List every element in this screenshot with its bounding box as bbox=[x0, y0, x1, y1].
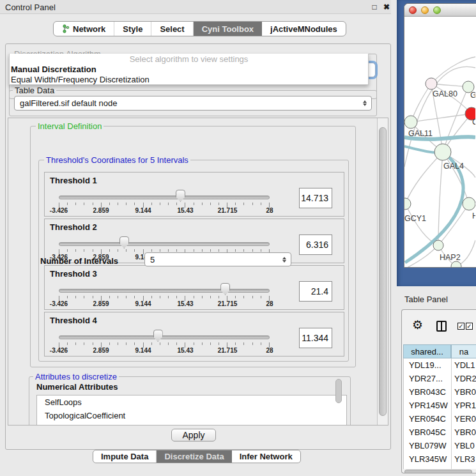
table-cell[interactable]: YDL19... bbox=[404, 358, 452, 372]
checkbox-icon[interactable]: ✓ bbox=[457, 323, 464, 330]
table-row[interactable]: YDR27...YDR2 bbox=[404, 372, 476, 385]
table-cell[interactable]: YIL0 bbox=[452, 466, 472, 469]
network-node-hap2[interactable] bbox=[433, 240, 443, 250]
network-node-gal11[interactable] bbox=[404, 116, 417, 128]
checkbox-icon[interactable]: ✓ bbox=[466, 323, 473, 330]
node-label: C bbox=[472, 118, 475, 127]
tab-label: Select bbox=[160, 24, 184, 34]
tick-label: 28 bbox=[266, 347, 273, 354]
tab-label: Cyni Toolbox bbox=[202, 24, 254, 34]
table-row[interactable]: YBL079WYBL0 bbox=[404, 439, 476, 452]
numerical-attributes-list[interactable]: SelfLoopsTopologicalCoefficientBetweenne… bbox=[36, 395, 347, 426]
slider-tick-labels: -3.4262.8599.14415.4321.71528 bbox=[45, 300, 344, 309]
tick-label: 15.43 bbox=[177, 207, 193, 214]
tab-label: jActiveMNodules bbox=[270, 24, 337, 34]
dropdown-placeholder: Select algorithm to view settings bbox=[10, 54, 368, 65]
slider-thumb-icon[interactable] bbox=[153, 330, 163, 342]
tab-select[interactable]: Select bbox=[151, 22, 193, 36]
close-icon[interactable]: ✖ bbox=[381, 2, 392, 12]
table-cell[interactable]: YBR0 bbox=[452, 426, 476, 439]
settings-scrollbar-thumb[interactable] bbox=[379, 127, 387, 416]
table-cell[interactable]: YLR345W bbox=[404, 452, 452, 466]
table-row[interactable]: YER054CYER0 bbox=[404, 412, 476, 426]
network-node-h[interactable] bbox=[463, 197, 475, 210]
table-cell[interactable]: YBL0 bbox=[452, 439, 475, 452]
tab-impute-data[interactable]: Impute Data bbox=[93, 450, 157, 463]
table-cell[interactable]: YDR2 bbox=[452, 372, 476, 385]
table-cell[interactable]: YPR1 bbox=[452, 399, 476, 412]
dropdown-option-equal-width-frequency[interactable]: Equal Width/Frequency Discretization bbox=[10, 75, 368, 85]
network-node-gal4[interactable] bbox=[434, 144, 451, 160]
list-item-betweennesscentrality[interactable]: BetweennessCentrality bbox=[37, 422, 346, 426]
settings-scrollbar-track[interactable] bbox=[377, 118, 388, 425]
table-cell[interactable]: YDR27... bbox=[404, 372, 452, 385]
tab-cyni-toolbox[interactable]: Cyni Toolbox bbox=[194, 22, 262, 36]
network-view-window[interactable]: GAL80GCGAL11GAL4GCY1HHAP2 bbox=[404, 3, 476, 268]
table-cell[interactable]: YDL1 bbox=[452, 358, 475, 372]
threshold-value-box[interactable]: 6.316 bbox=[299, 234, 332, 255]
table-row[interactable]: YDL19...YDL1 bbox=[404, 358, 476, 372]
table-row[interactable]: YPR145WYPR1 bbox=[404, 399, 476, 412]
table-cell[interactable]: YIL052C bbox=[404, 466, 452, 469]
tab-infer-network[interactable]: Infer Network bbox=[232, 450, 300, 463]
network-node[interactable] bbox=[451, 261, 461, 267]
table-cell[interactable]: YBR0 bbox=[452, 385, 476, 399]
list-item-selfloops[interactable]: SelfLoops bbox=[37, 395, 346, 409]
slider-tick-labels: -3.4262.8599.14415.4321.71528 bbox=[45, 207, 344, 216]
table-cell[interactable]: YBL079W bbox=[404, 439, 452, 452]
tick-label: -3.426 bbox=[50, 347, 68, 354]
top-tab-bar: NetworkStyleSelectCyni ToolboxjActiveMNo… bbox=[53, 21, 346, 36]
table-hscrollbar-track[interactable] bbox=[403, 470, 475, 473]
table-row[interactable]: YBR045CYBR0 bbox=[404, 426, 476, 439]
network-canvas[interactable]: GAL80GCGAL11GAL4GCY1HHAP2 bbox=[404, 17, 475, 267]
column-header-shared-[interactable]: shared... bbox=[403, 344, 451, 358]
threshold-value-box[interactable]: 14.713 bbox=[299, 188, 332, 208]
network-icon bbox=[62, 24, 70, 33]
threshold-value-box[interactable]: 11.344 bbox=[299, 328, 332, 348]
threshold-slider-track[interactable] bbox=[59, 335, 270, 339]
close-traffic-light-icon[interactable] bbox=[409, 6, 417, 14]
slider-thumb-icon[interactable] bbox=[119, 236, 129, 249]
list-item-topologicalcoefficient[interactable]: TopologicalCoefficient bbox=[37, 409, 346, 422]
table-row[interactable]: YLR345WYLR3 bbox=[404, 452, 476, 466]
attributes-list-scrollbar[interactable] bbox=[335, 379, 342, 403]
slider-thumb-icon[interactable] bbox=[176, 190, 185, 202]
tab-jactivemnodules[interactable]: jActiveMNodules bbox=[262, 22, 346, 36]
panel-title: Control Panel bbox=[5, 3, 56, 12]
columns-icon[interactable] bbox=[436, 321, 447, 332]
apply-button[interactable]: Apply bbox=[171, 429, 216, 441]
slider-thumb-icon[interactable] bbox=[220, 283, 230, 295]
table-hscrollbar-thumb[interactable] bbox=[404, 470, 472, 473]
tab-network[interactable]: Network bbox=[54, 22, 114, 36]
table-cell[interactable]: YPR145W bbox=[404, 399, 452, 412]
tick-label: -3.426 bbox=[50, 300, 68, 307]
table-data-combobox[interactable]: galFiltered.sif default node bbox=[14, 96, 372, 111]
minimize-traffic-light-icon[interactable] bbox=[421, 6, 429, 14]
dropdown-option-manual-discretization[interactable]: Manual Discretization bbox=[10, 65, 368, 75]
network-node-gal80[interactable] bbox=[426, 78, 437, 89]
table-cell[interactable]: YBR045C bbox=[404, 426, 452, 439]
node-label: GAL80 bbox=[433, 89, 457, 98]
tick-label: 15.43 bbox=[177, 347, 193, 354]
threshold-slider-track[interactable] bbox=[59, 242, 270, 246]
threshold-slider-track[interactable] bbox=[59, 289, 270, 293]
table-row[interactable]: YIL052CYIL0 bbox=[404, 466, 476, 469]
tab-discretize-data[interactable]: Discretize Data bbox=[157, 450, 231, 463]
network-window-titlebar[interactable] bbox=[404, 4, 476, 17]
threshold-slider-track[interactable] bbox=[59, 196, 270, 199]
table-cell[interactable]: YBR043C bbox=[404, 385, 452, 399]
interval-definition-group: Interval Definition Threshold's Coordina… bbox=[30, 126, 356, 367]
column-header-na[interactable]: na bbox=[451, 344, 476, 358]
table-row[interactable]: YBR043CYBR0 bbox=[404, 385, 476, 399]
threshold-value-box[interactable]: 21.4 bbox=[299, 281, 332, 302]
float-window-icon[interactable]: □ bbox=[369, 2, 380, 12]
table-cell[interactable]: YER0 bbox=[452, 412, 476, 426]
number-of-intervals-combobox[interactable]: 5 bbox=[144, 252, 291, 266]
table-cell[interactable]: YER054C bbox=[404, 412, 452, 426]
gear-icon[interactable]: ⚙ bbox=[412, 318, 423, 332]
tab-style[interactable]: Style bbox=[114, 22, 151, 36]
tab-label: Style bbox=[123, 24, 142, 34]
table-cell[interactable]: YLR3 bbox=[452, 452, 475, 466]
zoom-traffic-light-icon[interactable] bbox=[433, 6, 441, 14]
network-node-gcy1[interactable] bbox=[404, 198, 411, 210]
